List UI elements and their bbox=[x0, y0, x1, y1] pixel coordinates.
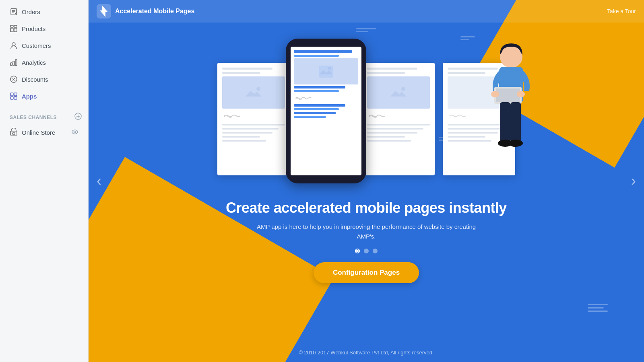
sidebar-item-apps-label: Apps bbox=[22, 93, 37, 100]
dot-1[interactable] bbox=[355, 249, 360, 253]
app-header: Accelerated Mobile Pages Take a Tour bbox=[89, 0, 644, 23]
carousel-prev-button[interactable]: ‹ bbox=[93, 169, 105, 193]
sidebar-item-customers-label: Customers bbox=[22, 42, 51, 49]
app-logo: Accelerated Mobile Pages bbox=[97, 4, 194, 19]
svg-rect-17 bbox=[14, 93, 17, 96]
svg-rect-4 bbox=[10, 28, 13, 32]
phone-screen bbox=[291, 47, 361, 175]
carousel-next-button[interactable]: › bbox=[627, 169, 640, 193]
sidebar-item-analytics[interactable]: Analytics bbox=[3, 54, 85, 70]
sidebar-item-orders[interactable]: Orders bbox=[3, 4, 85, 20]
svg-point-49 bbox=[508, 140, 523, 147]
page-card-3 bbox=[443, 63, 515, 175]
page-card-1 bbox=[217, 63, 290, 175]
footer-text: © 2010-2017 Webkul Software Pvt Ltd, All… bbox=[299, 350, 433, 356]
apps-icon bbox=[10, 92, 18, 100]
sidebar-item-discounts-label: Discounts bbox=[22, 76, 48, 83]
sales-channels-label: SALES CHANNELS bbox=[10, 115, 57, 120]
svg-rect-43 bbox=[496, 88, 520, 102]
products-icon bbox=[10, 25, 18, 33]
discounts-icon bbox=[10, 75, 18, 83]
sidebar-item-products-label: Products bbox=[22, 25, 45, 32]
svg-rect-16 bbox=[10, 93, 13, 96]
svg-rect-46 bbox=[500, 102, 510, 142]
svg-rect-26 bbox=[12, 133, 15, 134]
eye-icon[interactable] bbox=[71, 128, 78, 137]
svg-point-36 bbox=[328, 67, 331, 70]
main-content: Accelerated Mobile Pages Take a Tour ‹ › bbox=[89, 0, 644, 362]
sidebar: Orders Products Customers bbox=[0, 0, 89, 362]
svg-rect-18 bbox=[10, 97, 13, 99]
sales-channels-header: SALES CHANNELS bbox=[0, 108, 88, 124]
sidebar-item-online-store[interactable]: Online Store bbox=[3, 125, 85, 140]
sidebar-item-apps[interactable]: Apps bbox=[3, 88, 85, 104]
svg-point-28 bbox=[74, 131, 76, 133]
sidebar-item-customers[interactable]: Customers bbox=[3, 37, 85, 53]
orders-icon bbox=[10, 8, 18, 16]
amp-logo-icon bbox=[97, 4, 111, 19]
svg-point-39 bbox=[401, 87, 405, 91]
footer: © 2010-2017 Webkul Software Pvt Ltd, All… bbox=[89, 350, 644, 356]
svg-point-45 bbox=[517, 91, 525, 97]
phone-mockup bbox=[286, 39, 366, 183]
online-store-label: Online Store bbox=[22, 129, 55, 136]
svg-point-15 bbox=[14, 80, 15, 81]
svg-rect-5 bbox=[14, 28, 17, 32]
sidebar-item-orders-label: Orders bbox=[22, 8, 40, 15]
store-icon bbox=[10, 128, 18, 137]
configuration-pages-button[interactable]: Configuration Pages bbox=[314, 262, 419, 283]
svg-rect-47 bbox=[510, 102, 521, 142]
svg-point-33 bbox=[256, 87, 260, 91]
hero-title: Create accelerated mobile pages instantl… bbox=[226, 200, 507, 216]
analytics-icon bbox=[10, 58, 18, 66]
svg-rect-10 bbox=[13, 61, 14, 66]
svg-point-14 bbox=[12, 78, 13, 79]
svg-rect-6 bbox=[10, 25, 13, 27]
hero-subtitle: AMP app is here to help you in improovin… bbox=[254, 222, 479, 241]
sidebar-item-analytics-label: Analytics bbox=[22, 59, 46, 66]
svg-point-44 bbox=[491, 91, 499, 97]
sidebar-item-discounts[interactable]: Discounts bbox=[3, 71, 85, 87]
svg-rect-9 bbox=[10, 63, 12, 66]
app-title: Accelerated Mobile Pages bbox=[115, 8, 194, 15]
svg-point-27 bbox=[72, 130, 78, 134]
customers-icon bbox=[10, 41, 18, 49]
hero-section: Create accelerated mobile pages instantl… bbox=[89, 23, 644, 362]
svg-rect-11 bbox=[15, 60, 17, 66]
add-channel-icon[interactable] bbox=[74, 113, 82, 122]
sidebar-item-products[interactable]: Products bbox=[3, 21, 85, 37]
svg-point-8 bbox=[12, 43, 15, 46]
page-card-2 bbox=[362, 63, 435, 175]
carousel-dots bbox=[355, 249, 378, 253]
hero-text: Create accelerated mobile pages instantl… bbox=[226, 200, 507, 241]
online-store-left: Online Store bbox=[10, 128, 55, 137]
mockups-row bbox=[217, 35, 515, 187]
dot-2[interactable] bbox=[364, 249, 369, 253]
svg-rect-7 bbox=[14, 25, 17, 27]
human-figure bbox=[479, 39, 535, 173]
take-a-tour-link[interactable]: Take a Tour bbox=[607, 8, 636, 14]
dot-3[interactable] bbox=[373, 249, 378, 253]
